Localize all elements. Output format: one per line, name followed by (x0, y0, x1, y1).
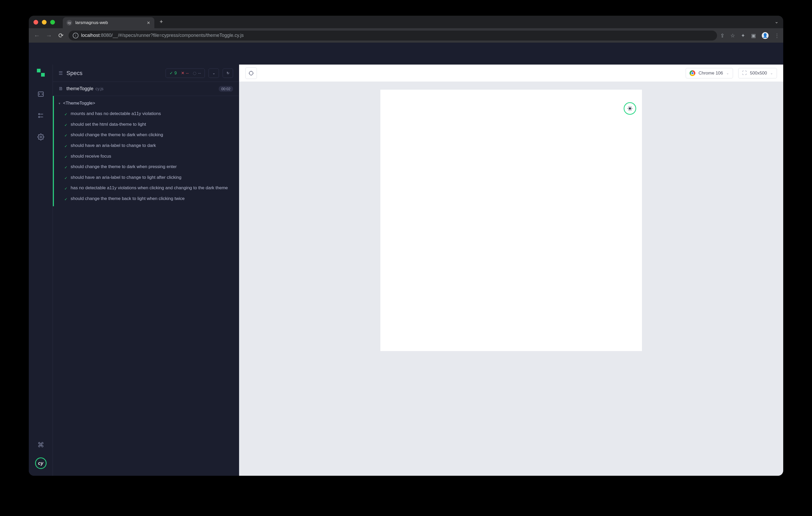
spec-file-row[interactable]: 🗎 themeToggle cy.js 00:02 (53, 82, 239, 96)
cypress-app: ⌘ cy ☰ Specs ✓ 9 ✕ -- ◌ -- (29, 42, 783, 476)
check-icon: ✓ (64, 165, 67, 170)
browser-toolbar: ← → ⟳ i localhost:8080/__/#/specs/runner… (29, 28, 783, 42)
settings-nav-icon[interactable] (36, 132, 45, 142)
window-controls (33, 20, 55, 25)
test-row[interactable]: ✓should have an aria-label to change to … (54, 172, 239, 183)
browser-menu-icon[interactable]: ⋮ (774, 32, 780, 39)
app-topbar (29, 42, 783, 65)
svg-point-5 (629, 108, 631, 109)
test-row[interactable]: ✓mounts and has no detectable a11y viola… (54, 109, 239, 119)
check-icon: ✓ (64, 175, 67, 181)
runs-nav-icon[interactable] (36, 111, 45, 120)
test-title: has no detectable a11y violations when c… (70, 185, 228, 191)
test-row[interactable]: ✓has no detectable a11y violations when … (54, 183, 239, 193)
site-info-icon[interactable]: i (73, 33, 79, 38)
test-title: should change the theme back to light wh… (70, 195, 185, 202)
spec-name: themeToggle (66, 86, 93, 91)
describe-block: ▾ <ThemeToggle> ✓mounts and has no detec… (53, 96, 239, 206)
describe-label: <ThemeToggle> (63, 101, 95, 106)
nav-forward-button[interactable]: → (45, 32, 53, 39)
viewport-label: 500x500 (750, 70, 767, 76)
bookmark-icon[interactable]: ☆ (730, 32, 735, 39)
window-zoom-button[interactable] (50, 20, 55, 25)
keyboard-shortcuts-icon[interactable]: ⌘ (37, 441, 44, 449)
check-icon: ✓ (64, 112, 67, 117)
test-title: should set the html data-theme to light (70, 121, 146, 128)
aut-stage (239, 82, 783, 476)
chevron-down-icon: ⌄ (726, 71, 729, 75)
tab-close-button[interactable]: ✕ (147, 20, 150, 25)
svg-point-2 (38, 116, 39, 117)
test-title: should have an aria-label to change to d… (70, 143, 156, 149)
check-icon: ✓ (64, 122, 67, 127)
nav-back-button[interactable]: ← (32, 32, 41, 39)
nav-rail: ⌘ cy (29, 65, 53, 476)
test-row[interactable]: ✓should set the html data-theme to light (54, 119, 239, 130)
spec-duration: 00:02 (219, 86, 233, 92)
test-row[interactable]: ✓should change the theme to dark when pr… (54, 161, 239, 172)
specs-title-label: Specs (66, 70, 82, 77)
check-icon: ✓ (64, 154, 67, 159)
svg-point-4 (249, 71, 253, 75)
cypress-logo-icon[interactable] (36, 68, 45, 77)
spec-ext: cy.js (95, 87, 104, 91)
check-icon: ✓ (64, 133, 67, 138)
browser-window: cy larsmagnus-web ✕ + ⌄ ← → ⟳ i localhos… (29, 16, 783, 476)
test-reporter: ☰ Specs ✓ 9 ✕ -- ◌ -- ⌄ ↻ (53, 65, 239, 476)
aut-panel: Chrome 106 ⌄ ⛶ 500x500 ⌄ (239, 65, 783, 476)
address-bar[interactable]: i localhost:8080/__/#/specs/runner?file=… (68, 31, 717, 40)
passed-count: ✓ 9 (170, 70, 177, 75)
aut-toolbar: Chrome 106 ⌄ ⛶ 500x500 ⌄ (239, 65, 783, 82)
check-icon: ✓ (64, 196, 67, 202)
test-row[interactable]: ✓should have an aria-label to change to … (54, 140, 239, 151)
check-icon: ✓ (64, 186, 67, 191)
tab-overflow-button[interactable]: ⌄ (775, 19, 779, 25)
url-host: localhost:8080/__/#/specs/runner?file=cy… (81, 33, 244, 38)
pending-count: ◌ -- (193, 70, 201, 75)
test-row[interactable]: ✓should change the theme to dark when cl… (54, 130, 239, 140)
svg-point-1 (38, 114, 39, 115)
titlebar: cy larsmagnus-web ✕ + ⌄ (29, 16, 783, 28)
cypress-badge-icon[interactable]: cy (35, 457, 47, 469)
test-title: should change the theme to dark when pre… (70, 164, 177, 170)
chevron-down-icon: ▾ (59, 101, 60, 105)
specs-nav-icon[interactable] (36, 90, 45, 98)
test-stats: ✓ 9 ✕ -- ◌ -- (166, 68, 205, 78)
browser-tab[interactable]: cy larsmagnus-web ✕ (63, 17, 154, 28)
test-title: should change the theme to dark when cli… (70, 132, 163, 138)
test-title: should have an aria-label to change to l… (70, 174, 181, 181)
nav-reload-button[interactable]: ⟳ (57, 32, 65, 39)
test-list: ✓mounts and has no detectable a11y viola… (54, 109, 239, 204)
stats-group: ✓ 9 ✕ -- ◌ -- ⌄ ↻ (166, 68, 233, 78)
stats-dropdown-button[interactable]: ⌄ (208, 68, 219, 78)
viewport-selector[interactable]: ⛶ 500x500 ⌄ (738, 68, 777, 79)
theme-toggle-button[interactable] (624, 102, 636, 115)
window-close-button[interactable] (33, 20, 38, 25)
chevron-down-icon: ⌄ (770, 71, 773, 75)
reporter-header: ☰ Specs ✓ 9 ✕ -- ◌ -- ⌄ ↻ (53, 65, 239, 82)
test-row[interactable]: ✓should change the theme back to light w… (54, 193, 239, 204)
failed-count: ✕ -- (181, 70, 189, 75)
specs-title[interactable]: ☰ Specs (59, 70, 82, 77)
list-icon: ☰ (59, 70, 63, 76)
window-minimize-button[interactable] (42, 20, 47, 25)
svg-point-3 (40, 136, 41, 138)
rerun-button[interactable]: ↻ (223, 68, 233, 78)
viewport-icon: ⛶ (742, 70, 747, 76)
test-row[interactable]: ✓should receive focus (54, 151, 239, 162)
chrome-icon (690, 70, 695, 76)
tab-favicon: cy (66, 20, 72, 26)
new-tab-button[interactable]: + (160, 18, 163, 25)
share-icon[interactable]: ⇪ (720, 32, 725, 39)
describe-title[interactable]: ▾ <ThemeToggle> (54, 98, 239, 109)
sidepanel-icon[interactable]: ▣ (751, 32, 756, 39)
extensions-icon[interactable]: ✦ (741, 32, 745, 39)
file-icon: 🗎 (59, 86, 63, 91)
browser-selector[interactable]: Chrome 106 ⌄ (686, 68, 733, 79)
tab-title: larsmagnus-web (75, 20, 144, 25)
toolbar-right: ⇪ ☆ ✦ ▣ 👤 ⋮ (720, 32, 780, 39)
app-body: ⌘ cy ☰ Specs ✓ 9 ✕ -- ◌ -- (29, 65, 783, 476)
selector-playground-button[interactable] (245, 67, 257, 79)
test-title: should receive focus (70, 153, 111, 160)
profile-avatar[interactable]: 👤 (762, 32, 768, 39)
